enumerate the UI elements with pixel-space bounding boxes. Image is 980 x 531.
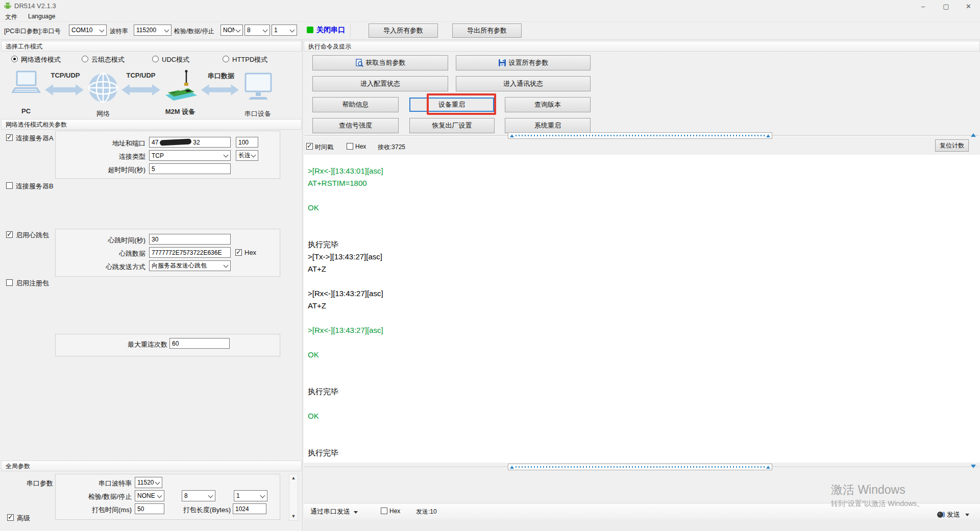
pack-time-input[interactable]: 50 [135,503,164,514]
log-line [308,373,980,385]
chevron-down-icon [251,153,256,158]
get-params-button[interactable]: 获取当前参数 [312,55,448,70]
radio-mode-cloud-label[interactable]: 云组态模式 [91,55,125,64]
send-method-dropdown[interactable]: 通过串口发送 [310,507,358,516]
reconnect-input[interactable]: 60 [169,338,230,349]
log-output[interactable]: >[Rx<-][13:43:01][asc]AT+RSTIM=1800OK执行完… [304,155,980,463]
link2-arrow-icon [121,83,160,98]
radio-mode-httpd-label[interactable]: HTTPD模式 [232,55,267,64]
menu-language[interactable]: Language [28,13,55,20]
advanced-checkbox[interactable] [7,514,14,521]
scroll-down-icon[interactable]: ▼ [291,514,296,519]
hb-hex-label: Hex [244,249,256,256]
enter-config-button[interactable]: 进入配置状态 [312,76,448,91]
close-port-button[interactable]: 关闭串口 [316,26,345,35]
chevron-down-icon [263,27,268,32]
mode-panel-header: 选择工作模式 [1,41,302,52]
radio-mode-httpd[interactable] [223,56,229,62]
minimize-button[interactable]: – [912,0,935,12]
maximize-button[interactable]: ▢ [935,0,958,12]
scroll-up-icon[interactable]: ▲ [291,476,296,480]
serial-device-icon [243,73,273,103]
databits-select[interactable]: 8 [244,25,270,36]
set-params-button[interactable]: 设置所有参数 [456,55,591,70]
chevron-down-icon [100,27,105,32]
g-parity-select[interactable]: NONE [135,490,164,501]
factory-reset-button[interactable]: 恢复出厂设置 [409,118,495,133]
radio-mode-cloud[interactable] [82,56,88,62]
rx-hex-checkbox[interactable] [347,143,353,150]
send-button[interactable]: 发送 [937,510,977,520]
tx-hex-label: Hex [389,508,400,515]
heartbeat-label: 启用心跳包 [16,231,49,240]
hb-time-label: 心跳时间(秒) [61,236,145,245]
log-line: AT+RSTIM=1800 [308,177,980,189]
keepalive-select[interactable]: 长连接 [236,150,258,161]
stopbits-select[interactable]: 1 [272,25,297,36]
baud-label: 波特率 [110,27,128,36]
log-line [308,398,980,410]
chevron-down-icon [224,153,229,158]
command-panel-header: 执行命令及提示 [304,41,980,52]
g-frame-label: 检验/数据/停止 [71,492,132,501]
menu-file[interactable]: 文件 [5,13,17,21]
redaction-scribble [160,138,191,146]
radio-mode-udc[interactable] [152,56,159,62]
log-bottom-scrollbar[interactable] [508,464,772,470]
register-checkbox[interactable] [6,279,13,286]
parity-select[interactable]: NONE [220,25,243,36]
red-highlight-box [427,93,496,115]
export-params-button[interactable]: 导出所有参数 [452,23,522,38]
log-line: AT+Z [308,263,980,275]
hb-data-input[interactable]: 7777772E7573722E636E [149,247,231,258]
timeout-label: 超时时间(秒) [61,165,145,175]
server-a-checkbox[interactable] [6,134,13,141]
radio-mode-transparent[interactable] [11,56,18,62]
hb-time-input[interactable]: 30 [149,234,231,245]
query-signal-button[interactable]: 查信号强度 [312,118,399,133]
g-stopbits-select[interactable]: 1 [234,490,267,501]
frame-label: 检验/数据/停止 [174,27,214,36]
conn-type-select[interactable]: TCP [149,150,231,161]
pack-len-input[interactable]: 1024 [233,503,266,514]
system-reboot-button[interactable]: 系统重启 [505,118,591,133]
timeout-input[interactable]: 5 [149,163,231,174]
log-line: 执行完毕 [308,385,980,398]
hb-mode-select[interactable]: 向服务器发送心跳包 [149,260,231,271]
query-version-button[interactable]: 查询版本 [505,97,591,112]
address-input[interactable]: 4732 [149,137,231,148]
g-baud-label: 串口波特率 [71,479,132,488]
server-b-checkbox[interactable] [6,182,13,189]
close-button[interactable]: ✕ [957,0,980,12]
log-line [308,336,980,349]
pack-len-label: 打包长度(Bytes) [182,505,231,515]
g-databits-select[interactable]: 8 [182,490,215,501]
radio-mode-transparent-label[interactable]: 网络透传模式 [21,55,61,64]
hb-hex-checkbox[interactable] [235,249,242,256]
com-port-select[interactable]: COM10 [69,25,107,36]
tx-hex-checkbox[interactable] [381,508,387,514]
reset-counter-button[interactable]: 复位计数 [935,139,969,152]
log-scroll-down-icon[interactable] [971,465,976,468]
reconnect-label: 最大重连次数 [77,340,167,349]
timestamp-checkbox[interactable] [306,143,313,150]
log-line: AT+Z [308,300,980,312]
g-baud-select[interactable]: 115200 [135,477,162,488]
help-info-button[interactable]: 帮助信息 [312,97,399,112]
pack-time-label: 打包时间(ms) [71,505,132,515]
log-line: OK [308,202,980,214]
enter-comm-button[interactable]: 进入通讯状态 [456,76,591,91]
heartbeat-checkbox[interactable] [6,231,13,238]
left-panel-scrollbar[interactable]: ▲ ▼ [289,474,298,521]
global-params-header: 全局参数 [1,461,302,471]
log-scroll-up-icon[interactable] [971,133,976,137]
log-top-scrollbar[interactable] [508,132,772,139]
import-params-button[interactable]: 导入所有参数 [369,23,438,38]
register-label: 启用注册包 [16,279,49,288]
serial-params-label: 串口参数 [15,479,53,488]
radio-mode-udc-label[interactable]: UDC模式 [162,55,189,64]
server-a-label: 连接服务器A [16,134,54,143]
port-input[interactable]: 100 [236,137,258,148]
menubar: 文件 Language [0,11,980,22]
baud-select[interactable]: 115200 [134,25,172,36]
